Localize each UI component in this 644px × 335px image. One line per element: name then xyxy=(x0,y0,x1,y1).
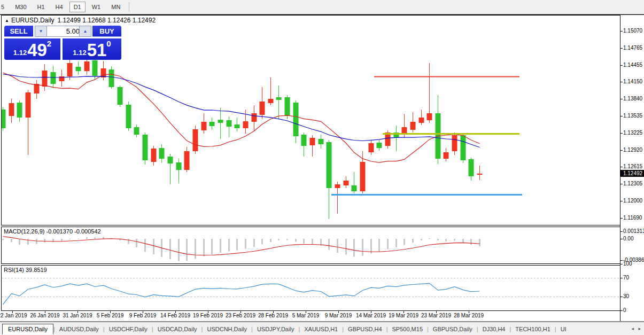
sell-price-display[interactable]: 1.12 49 2 xyxy=(4,38,60,60)
date-axis-label: 19 Mar 2019 xyxy=(389,313,418,318)
macd-name: MACD(12,26,9) xyxy=(4,228,44,235)
date-axis-label: 9 Mar 2019 xyxy=(325,313,352,318)
date-axis-label: 14 Mar 2019 xyxy=(356,313,386,318)
tab-scroll-arrows[interactable]: ◂ ▸ xyxy=(631,326,642,331)
price-axis-label: 1.13840 xyxy=(623,96,642,102)
date-axis-label: 23 Feb 2019 xyxy=(226,313,255,318)
price-axis-label: 1.11690 xyxy=(623,215,642,221)
date-axis-label: 19 Feb 2019 xyxy=(193,313,223,318)
buy-price-pip: 0 xyxy=(106,39,111,48)
sell-button[interactable]: SELL xyxy=(4,26,33,37)
rsi-axis-label: 30 xyxy=(623,293,629,299)
macd-axis-label: 0.0013137 xyxy=(623,228,644,234)
chart-title: ▲EURUSD,Daily1.12499 1.12668 1.12426 1.1… xyxy=(5,17,156,24)
current-price-tag: 1.12492 xyxy=(620,170,644,177)
sell-price-pip: 2 xyxy=(47,39,51,48)
date-axis-label: 14 Feb 2019 xyxy=(160,313,190,318)
date-axis-label: 22 Jan 2019 xyxy=(0,313,27,318)
buy-button[interactable]: BUY xyxy=(92,26,121,37)
macd-axis-label: 0.00 xyxy=(623,236,633,241)
collapse-panel-icon[interactable]: ▲ xyxy=(5,18,9,23)
buy-price-prefix: 1.12 xyxy=(73,49,86,57)
price-axis-label: 1.12305 xyxy=(623,181,642,186)
date-axis-label: 5 Mar 2019 xyxy=(292,313,320,318)
chart-tab-GBPUSD-Daily[interactable]: GBPUSD,Daily xyxy=(429,324,477,334)
chart-tab-SP500-M15[interactable]: SP500,M15 xyxy=(388,324,427,334)
rsi-axis-label: 0 xyxy=(623,307,626,313)
chart-tab-USDJPY-Daily[interactable]: USDJPY,Daily xyxy=(253,324,299,334)
chart-tab-UI[interactable]: UI xyxy=(556,324,571,334)
chevron-up-icon: ▲ xyxy=(83,29,88,34)
sell-price-big: 49 xyxy=(27,41,47,59)
price-axis-label: 1.13535 xyxy=(623,113,642,119)
rsi-value: 39.8519 xyxy=(26,267,47,273)
macd-label: MACD(12,26,9) -0.001370 -0.000542 xyxy=(4,228,101,235)
chart-tab-USDCAD-Daily[interactable]: USDCAD,Daily xyxy=(153,324,201,334)
chart-tab-AUDUSD-Daily[interactable]: AUDUSD,Daily xyxy=(55,324,103,334)
chart-ohlc-values: 1.12499 1.12668 1.12426 1.12492 xyxy=(58,17,156,24)
date-axis-label: 23 Mar 2019 xyxy=(421,313,451,318)
chart-tab-XAUUSD-H1[interactable]: XAUUSD,H1 xyxy=(300,324,342,334)
price-axis-label: 1.14150 xyxy=(623,79,642,84)
date-axis-label: 5 Feb 2019 xyxy=(97,313,124,318)
date-axis-label: 31 Jan 2019 xyxy=(63,313,92,318)
buy-price-display[interactable]: 1.12 51 0 xyxy=(63,38,121,60)
price-axis-label: 1.14765 xyxy=(623,45,642,51)
price-axis-label: 1.13225 xyxy=(623,130,642,136)
volume-input[interactable] xyxy=(46,26,82,37)
rsi-label: RSI(14) 39.8519 xyxy=(4,267,47,273)
price-axis-label: 1.12920 xyxy=(623,147,642,153)
price-axis-label: 1.12615 xyxy=(623,163,642,169)
chevron-down-icon: ▼ xyxy=(39,29,43,34)
symbol-tab-bar: EURUSD,Daily|AUDUSD,Daily|USDCHF,Daily|U… xyxy=(0,322,644,335)
chart-tab-USDCNH-Daily[interactable]: USDCNH,Daily xyxy=(203,324,251,334)
buy-price-big: 51 xyxy=(87,41,107,59)
chart-tab-USDCHF-Daily[interactable]: USDCHF,Daily xyxy=(105,324,152,334)
price-axis-label: 1.14455 xyxy=(623,62,642,68)
date-axis-label: 28 Feb 2019 xyxy=(258,313,288,318)
chart-symbol-label: EURUSD,Daily xyxy=(11,17,55,24)
chart-tab-TECH100-H1[interactable]: TECH100,H1 xyxy=(511,324,554,334)
chart-tab-GBPUSD-H4[interactable]: GBPUSD,H4 xyxy=(344,324,386,334)
macd-values: -0.001370 -0.000542 xyxy=(46,228,100,235)
rsi-axis-label: 70 xyxy=(623,275,629,281)
volume-decrease-button[interactable]: ▼ xyxy=(35,26,47,37)
rsi-name: RSI(14) xyxy=(4,267,24,273)
date-axis-label: 28 Mar 2019 xyxy=(454,313,484,318)
date-axis-label: 9 Feb 2019 xyxy=(129,313,157,318)
price-axis-label: 1.15070 xyxy=(623,28,642,34)
rsi-axis-label: 100 xyxy=(623,261,632,267)
date-axis-label: 26 Jan 2019 xyxy=(30,313,59,318)
volume-increase-button[interactable]: ▲ xyxy=(79,26,91,37)
price-axis-label: 1.12000 xyxy=(623,198,642,204)
chart-tab-EURUSD-Daily[interactable]: EURUSD,Daily xyxy=(2,324,53,334)
sell-price-prefix: 1.12 xyxy=(13,49,27,57)
one-click-trade-panel: SELL ▼ ▲ BUY 1.12 49 2 1.12 51 0 xyxy=(4,26,121,59)
chart-tab-DJ30-H4[interactable]: DJ30,H4 xyxy=(478,324,510,334)
